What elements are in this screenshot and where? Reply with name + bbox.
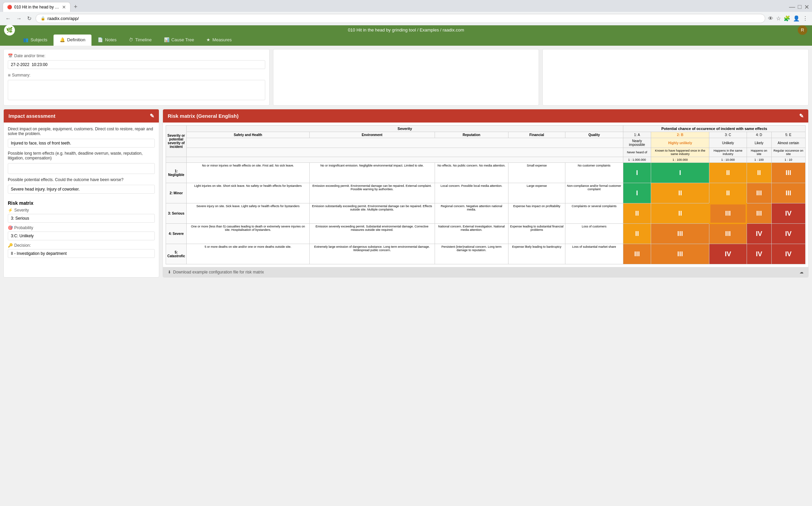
cell-5e[interactable]: IV (771, 244, 805, 264)
direct-impact-input[interactable] (8, 139, 155, 148)
cell-3e[interactable]: IV (771, 203, 805, 224)
cell-4e[interactable]: IV (771, 224, 805, 244)
cell-1c[interactable]: II (709, 163, 747, 183)
tab-close-button[interactable]: ✕ (62, 4, 66, 10)
tab-definition[interactable]: 🔔 Definition (54, 35, 91, 46)
severity-input[interactable] (8, 214, 155, 223)
cell-2c[interactable]: II (709, 183, 747, 203)
prob-2b-ratio: 1 : 100.000 (651, 157, 709, 163)
cell-1e[interactable]: III (771, 163, 805, 183)
cell-3b[interactable]: II (651, 203, 709, 224)
potential-input[interactable] (8, 185, 155, 194)
cell-2a[interactable]: I (623, 183, 651, 203)
reload-button[interactable]: ↻ (26, 14, 33, 23)
cell-5c[interactable]: IV (709, 244, 747, 264)
app-logo: 🌿 (4, 25, 15, 36)
tab-favicon: 🔴 (7, 5, 12, 9)
bookmark-icon[interactable]: ☆ (776, 15, 781, 22)
cell-5b[interactable]: III (651, 244, 709, 264)
tab-title: 010 Hit in the head by grindin... (14, 5, 60, 9)
date-time-card: 📅 Date and/or time: ≡ Summary: (3, 49, 270, 106)
new-tab-button[interactable]: + (72, 3, 80, 10)
cell-5a[interactable]: III (623, 244, 651, 264)
browser-chrome: 🔴 010 Hit in the head by grindin... ✕ + … (0, 0, 812, 25)
summary-icon: ≡ (8, 72, 11, 78)
risk-matrix-edit-icon[interactable]: ✎ (799, 113, 804, 119)
menu-icon[interactable]: ⋮ (803, 15, 808, 22)
cell-1a[interactable]: I (623, 163, 651, 183)
date-input[interactable] (8, 60, 265, 69)
row-3-label: 3: Serious (166, 203, 187, 224)
tab-timeline[interactable]: ⏱ Timeline (123, 35, 158, 46)
notes-icon: 📄 (98, 37, 103, 42)
subjects-icon: 👥 (23, 37, 28, 42)
decision-input[interactable] (8, 249, 155, 258)
maximize-button[interactable]: □ (798, 3, 801, 10)
direct-impact-label: Direct impact on people, equipment, cust… (8, 127, 155, 136)
risk-matrix-header: Risk matrix (General English) ✎ (163, 109, 808, 123)
forward-button[interactable]: → (15, 14, 23, 23)
app-header: 🌿 010 Hit in the head by grinding tool /… (0, 25, 812, 35)
row-3-rep: Regional concern. Negative attention nat… (435, 203, 508, 224)
prob-4d-label: 4: D (747, 132, 771, 138)
puzzle-icon[interactable]: 🧩 (784, 15, 790, 22)
cell-3d[interactable]: III (747, 203, 771, 224)
impact-edit-icon[interactable]: ✎ (150, 113, 154, 119)
prob-1a-desc: Never heard of (623, 148, 651, 157)
tab-notes[interactable]: 📄 Notes (91, 35, 123, 46)
cell-4b[interactable]: III (651, 224, 709, 244)
cell-2d[interactable]: III (747, 183, 771, 203)
row-1-qual: No customer complaints (565, 163, 623, 183)
summary-label: ≡ Summary: (8, 72, 265, 78)
probability-input[interactable] (8, 232, 155, 240)
severity-empty2 (187, 148, 623, 157)
cell-3c-selected[interactable]: III (709, 203, 747, 224)
cell-1d[interactable]: II (747, 163, 771, 183)
address-bar[interactable]: 🔒 raadix.com/app/ (36, 14, 765, 23)
row-5-fin: Expense likely leading to bankruptcy (508, 244, 565, 264)
cell-4a[interactable]: II (623, 224, 651, 244)
cell-4d[interactable]: IV (747, 224, 771, 244)
tab-definition-label: Definition (67, 37, 85, 42)
row-1-rep: No effects. No public concern. No media … (435, 163, 508, 183)
tab-cause-tree[interactable]: 📊 Cause Tree (158, 35, 200, 46)
tab-subjects[interactable]: 👥 Subjects (17, 35, 54, 46)
minimize-button[interactable]: — (789, 3, 795, 10)
browser-nav-bar: ← → ↻ 🔒 raadix.com/app/ 👁 ☆ 🧩 👤 ⋮ (0, 12, 812, 25)
summary-textarea[interactable] (8, 80, 265, 100)
cloud-icon[interactable]: ☁ (799, 270, 804, 274)
cell-5d[interactable]: IV (747, 244, 771, 264)
cell-1b[interactable]: I (651, 163, 709, 183)
profile-icon[interactable]: 👤 (793, 15, 800, 22)
back-button[interactable]: ← (4, 14, 12, 23)
row-1-safety: No or minor injuries or health effects o… (187, 163, 309, 183)
eye-icon[interactable]: 👁 (768, 16, 773, 22)
main-content: 📅 Date and/or time: ≡ Summary: Impact as… (0, 46, 812, 281)
cell-4c[interactable]: III (709, 224, 747, 244)
tab-measures[interactable]: ★ Measures (200, 35, 238, 46)
probability-field-label: 🎯 Probability (8, 225, 155, 230)
user-avatar[interactable]: R (798, 25, 807, 35)
row-3-env: Emission substantially exceeding permit.… (309, 203, 435, 224)
row-4-safety: One or more (less than 5) casualties lea… (187, 224, 309, 244)
cell-2b[interactable]: II (651, 183, 709, 203)
prob-4d-ratio: 1 : 100 (747, 157, 771, 163)
impact-header: Impact assessment ✎ (4, 109, 159, 123)
severity-empty (187, 138, 623, 148)
row-1-fin: Small expense (508, 163, 565, 183)
cell-3a[interactable]: II (623, 203, 651, 224)
row-2-qual: Non-compliance and/or formal customer co… (565, 183, 623, 203)
tab-timeline-label: Timeline (135, 37, 152, 42)
active-tab[interactable]: 🔴 010 Hit in the head by grindin... ✕ (3, 2, 70, 12)
prob-3c-desc: Happens in the same industry (709, 148, 747, 157)
cell-2e[interactable]: III (771, 183, 805, 203)
download-section[interactable]: ⬇ Download example configuration file fo… (168, 270, 264, 274)
probability-row: 🎯 Probability (8, 225, 155, 240)
impact-title: Impact assessment (8, 113, 55, 119)
row-3-fin: Expense has impact on profitability (508, 203, 565, 224)
row-1-label: 1: Negligible (166, 163, 187, 183)
cause-tree-icon: 📊 (164, 37, 169, 42)
close-button[interactable]: ✕ (804, 3, 809, 11)
probability-icon: 🎯 (8, 225, 13, 230)
long-term-input[interactable] (8, 163, 155, 174)
